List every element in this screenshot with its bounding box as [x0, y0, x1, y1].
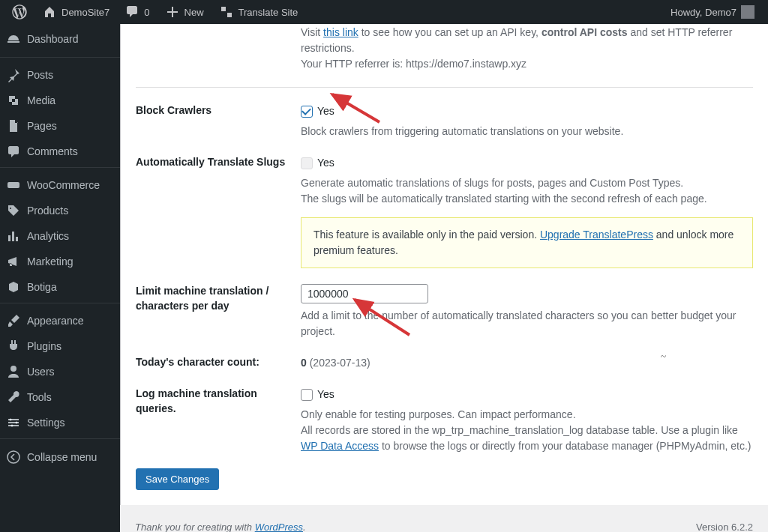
svg-point-3: [10, 419, 12, 421]
media-icon: [6, 93, 21, 108]
pin-icon: [6, 67, 21, 82]
wp-data-access-link[interactable]: WP Data Access: [301, 440, 379, 452]
version-text: Version 6.2.2: [696, 522, 753, 532]
sidebar-item-botiga[interactable]: Botiga: [0, 274, 120, 300]
comments-shortcut[interactable]: 0: [117, 0, 157, 24]
sidebar-pages-label: Pages: [27, 120, 57, 132]
block-crawlers-checkbox[interactable]: [301, 106, 313, 118]
page-icon: [6, 118, 21, 133]
sidebar-users-label: Users: [27, 366, 55, 378]
comment-icon: [6, 144, 21, 159]
admin-sidebar: Dashboard Posts Media Pages Comments Woo…: [0, 24, 120, 532]
my-account[interactable]: Howdy, Demo7: [663, 0, 762, 24]
botiga-icon: [6, 279, 21, 294]
limit-chars-input[interactable]: [301, 284, 428, 303]
block-crawlers-yes: Yes: [317, 103, 334, 119]
sidebar-item-settings[interactable]: Settings: [0, 410, 120, 435]
megaphone-icon: [6, 254, 21, 269]
log-queries-yes: Yes: [317, 387, 334, 402]
log-queries-option[interactable]: Yes: [301, 387, 753, 402]
sidebar-products-label: Products: [27, 205, 68, 217]
auto-slugs-option: Yes: [301, 155, 753, 171]
svg-point-4: [16, 422, 18, 424]
svg-point-5: [11, 425, 14, 427]
svg-rect-2: [8, 182, 20, 188]
main: Visit this link to see how you can set u…: [120, 0, 768, 532]
sidebar-tools-label: Tools: [27, 391, 52, 403]
block-crawlers-option[interactable]: Yes: [301, 103, 753, 119]
log-queries-checkbox[interactable]: [301, 389, 313, 401]
sidebar-dashboard-label: Dashboard: [27, 33, 79, 45]
plus-icon: [165, 4, 180, 19]
auto-slugs-yes: Yes: [317, 155, 334, 171]
translate-site[interactable]: Translate Site: [212, 0, 306, 24]
save-changes-button[interactable]: Save Changes: [136, 468, 219, 490]
sidebar-item-media[interactable]: Media: [0, 88, 120, 113]
limit-chars-desc: Add a limit to the number of automatical…: [301, 308, 753, 339]
api-key-help: Visit this link to see how you can set u…: [301, 25, 753, 72]
sidebar-marketing-label: Marketing: [27, 256, 73, 267]
upgrade-notice: This feature is available only in the pa…: [301, 217, 753, 268]
sidebar-item-posts[interactable]: Posts: [0, 62, 120, 88]
sidebar-item-pages[interactable]: Pages: [0, 113, 120, 139]
char-count-date: (2023-07-13): [307, 357, 370, 369]
sidebar-woocommerce-label: WooCommerce: [27, 179, 100, 191]
log-queries-desc1: Only enable for testing purposes. Can im…: [301, 407, 753, 423]
wrench-icon: [6, 390, 21, 405]
translate-icon: [219, 4, 234, 19]
log-queries-desc2: All records are stored in the wp_trp_mac…: [301, 423, 753, 454]
sidebar-botiga-label: Botiga: [27, 281, 57, 293]
collapse-label: Collapse menu: [27, 451, 97, 463]
sidebar-item-comments[interactable]: Comments: [0, 139, 120, 164]
sidebar-settings-label: Settings: [27, 417, 65, 429]
sidebar-media-label: Media: [27, 94, 56, 106]
user-icon: [6, 364, 21, 379]
auto-slugs-checkbox: [301, 157, 313, 169]
label-limit-chars: Limit machine translation / characters p…: [136, 284, 301, 339]
comment-icon: [124, 4, 140, 19]
wordpress-logo-icon: [12, 4, 27, 19]
sidebar-separator: [0, 54, 120, 58]
dashboard-icon: [6, 31, 21, 46]
sidebar-item-products[interactable]: Products: [0, 198, 120, 223]
svg-point-6: [8, 451, 20, 463]
sidebar-analytics-label: Analytics: [27, 230, 69, 242]
svg-rect-0: [221, 7, 226, 11]
comments-count: 0: [144, 7, 149, 18]
sidebar-separator: [0, 164, 120, 168]
row-auto-slugs: Automatically Translate Slugs Yes Genera…: [136, 139, 753, 268]
upgrade-link[interactable]: Upgrade TranslatePress: [540, 229, 653, 241]
wordpress-link[interactable]: WordPress: [255, 522, 303, 532]
admin-footer: Thank you for creating with WordPress. V…: [120, 505, 768, 532]
sidebar-item-appearance[interactable]: Appearance: [0, 308, 120, 333]
sidebar-item-users[interactable]: Users: [0, 359, 120, 384]
collapse-icon: [6, 450, 21, 465]
label-log-queries: Log machine translation queries.: [136, 387, 301, 454]
row-log-queries: Log machine translation queries. Yes Onl…: [136, 371, 753, 454]
label-char-count: Today's character count:: [136, 355, 301, 371]
sidebar-item-analytics[interactable]: Analytics: [0, 223, 120, 249]
api-setup-link[interactable]: this link: [323, 26, 358, 38]
visit-site[interactable]: DemoSite7: [34, 0, 117, 24]
sidebar-item-marketing[interactable]: Marketing: [0, 249, 120, 274]
plugin-icon: [6, 339, 21, 354]
collapse-menu[interactable]: Collapse menu: [0, 444, 120, 471]
sidebar-item-tools[interactable]: Tools: [0, 384, 120, 410]
greeting: Howdy, Demo7: [670, 7, 736, 18]
char-count-value: 0: [301, 357, 307, 369]
translate-label: Translate Site: [238, 7, 298, 18]
new-content[interactable]: New: [158, 0, 212, 24]
content: Visit this link to see how you can set u…: [120, 24, 768, 505]
label-auto-slugs: Automatically Translate Slugs: [136, 155, 301, 268]
sidebar-separator: [0, 300, 120, 303]
brush-icon: [6, 313, 21, 328]
sidebar-item-plugins[interactable]: Plugins: [0, 333, 120, 359]
row-char-count: Today's character count: 0 (2023-07-13): [136, 339, 753, 371]
block-crawlers-desc: Block crawlers from triggering automatic…: [301, 124, 753, 139]
row-limit-chars: Limit machine translation / characters p…: [136, 268, 753, 339]
settings-icon: [6, 415, 21, 430]
sidebar-item-woocommerce[interactable]: WooCommerce: [0, 172, 120, 198]
sidebar-item-dashboard[interactable]: Dashboard: [0, 24, 120, 54]
wp-logo[interactable]: [4, 0, 34, 24]
http-referrer-line: Your HTTP referrer is: https://demo7.ins…: [301, 58, 526, 70]
